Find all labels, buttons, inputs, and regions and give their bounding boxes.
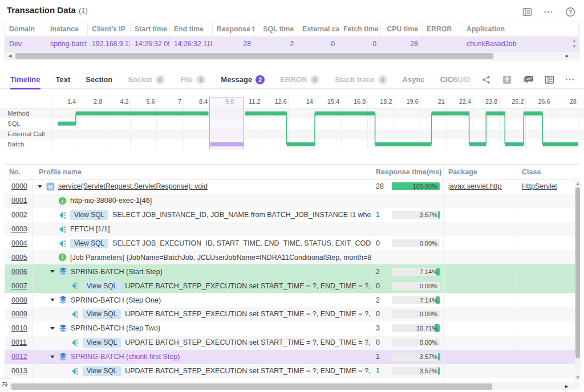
row-number-link[interactable]: 0004 (11, 239, 27, 247)
response-percent-bar: 100.00% (392, 182, 440, 190)
row-spinner[interactable]: ▲▼ (571, 38, 577, 50)
cell-start-time: 14:26:32 090 (131, 37, 170, 52)
package-link[interactable]: javax.servlet.http (448, 182, 502, 190)
more-icon[interactable]: ··· (565, 74, 576, 85)
view-sql-button[interactable]: View SQL (70, 210, 108, 220)
profile-row[interactable]: 0010SPRING-BATCH (Step Two)310.71% (5, 321, 579, 336)
view-sql-button[interactable]: View SQL (83, 309, 121, 319)
guid-label[interactable]: GUID (452, 76, 471, 84)
row-number-link[interactable]: 0011 (11, 338, 27, 346)
svg-text:19.6: 19.6 (406, 98, 418, 105)
tab-socket[interactable]: Socket0 (128, 71, 165, 89)
row-number-link[interactable]: 0002 (11, 211, 27, 219)
expander-icon[interactable] (38, 185, 42, 188)
export-icon[interactable] (501, 74, 513, 85)
column-header-client-s-ip: Client's IP (88, 22, 131, 37)
column-header-external-ca: External ca… (298, 22, 339, 37)
timeline-selection[interactable] (209, 97, 244, 149)
profile-row[interactable]: 0004View SQLSELECT JOB_EXECUTION_ID, STA… (5, 236, 579, 251)
view-sql-button[interactable]: View SQL (83, 338, 121, 348)
tab-label: Stack trace (335, 75, 374, 84)
view-sql-button[interactable]: View SQL (83, 366, 121, 376)
response-time-cell: 00.00% (371, 236, 443, 251)
profile-row[interactable]: 0000Mservice(ServletRequest,ServletRespo… (5, 179, 579, 194)
hscroll-thumb[interactable] (11, 383, 492, 390)
scroll-left-icon[interactable]: ◄ (7, 52, 13, 60)
expander-icon[interactable] (50, 327, 55, 330)
view-sql-button[interactable]: View SQL (83, 281, 121, 291)
profile-row[interactable] (5, 378, 579, 381)
more-icon[interactable]: ··· (543, 6, 554, 18)
profile-row[interactable]: 0011View SQLUPDATE BATCH_STEP_EXECUTION … (5, 336, 579, 350)
scroll-right-icon[interactable]: ► (565, 52, 570, 60)
row-number-link[interactable]: 0003 (11, 225, 27, 233)
tab-text[interactable]: Text (56, 71, 71, 89)
batch-layers-icon (59, 353, 71, 361)
expander-icon[interactable] (50, 299, 55, 301)
package-cell (443, 336, 517, 350)
row-number-link[interactable]: 0001 (11, 197, 27, 205)
tab-error[interactable]: ERROR0 (280, 71, 319, 89)
cell-domain: Dev (5, 37, 46, 52)
profile-vscrollbar[interactable]: ▲ ▼ (575, 181, 581, 381)
profile-hscrollbar[interactable]: ► (5, 382, 579, 390)
row-number-link[interactable]: 0006 (11, 268, 27, 276)
class-link[interactable]: HttpServlet (522, 182, 557, 190)
tab-label: File (180, 75, 193, 84)
share-icon[interactable] (480, 74, 492, 85)
profile-row[interactable]: 0007View SQLUPDATE BATCH_STEP_EXECUTION … (5, 279, 579, 293)
report-icon[interactable] (521, 6, 533, 18)
row-number-link[interactable]: 0012 (11, 353, 27, 361)
svg-text:26.6: 26.6 (538, 98, 550, 105)
profile-row[interactable]: 0002View SQLSELECT JOB_INSTANCE_ID, JOB_… (5, 208, 579, 222)
response-percent-bar: 3.57% (392, 367, 440, 375)
svg-text:2.8: 2.8 (94, 98, 102, 105)
scroll-right-icon[interactable]: ► (564, 382, 569, 390)
column-header-class: Class (517, 165, 574, 179)
profile-row[interactable]: 0013View SQLUPDATE BATCH_STEP_EXECUTION … (5, 364, 579, 378)
row-number-link[interactable]: 0008 (11, 296, 27, 304)
tab-async[interactable]: Async (403, 71, 425, 89)
expander-icon[interactable] (50, 270, 55, 273)
profile-row[interactable]: 0012SPRING-BATCH (chunk first Step)13.57… (5, 350, 579, 364)
column-header-instance: Instance (46, 22, 88, 37)
row-number-link[interactable]: 0005 (11, 254, 27, 262)
profile-row[interactable]: 0009View SQLUPDATE BATCH_STEP_EXECUTION … (5, 307, 579, 321)
tab-section[interactable]: Section (86, 71, 112, 89)
sql-icon (71, 381, 83, 381)
transaction-row[interactable]: Devspring-batch192.168.9.13614:26:32 090… (5, 37, 579, 52)
expander-icon[interactable] (50, 356, 55, 358)
scroll-down-icon[interactable]: ▼ (575, 375, 581, 380)
package-cell (443, 350, 517, 364)
row-number-cell: 0012 (5, 350, 33, 364)
scroll-up-icon[interactable]: ▲ (575, 181, 581, 186)
view-sql-button[interactable]: View SQL (70, 239, 108, 248)
row-number-link[interactable]: 0000 (11, 182, 27, 190)
row-number-link[interactable]: 0010 (11, 324, 27, 332)
svg-text:22.4: 22.4 (459, 98, 471, 105)
profile-row[interactable]: 0003FETCH [1/1] (5, 222, 579, 236)
row-number-link[interactable]: 0013 (11, 367, 27, 375)
tab-file[interactable]: File0 (180, 71, 205, 89)
hscroll-thumb[interactable] (15, 53, 493, 59)
transaction-hscrollbar[interactable]: ◄ ► (5, 52, 579, 60)
report-icon[interactable] (544, 74, 555, 85)
help-icon[interactable]: ? (565, 6, 576, 18)
package-cell (443, 279, 517, 293)
row-number-link[interactable]: 0007 (11, 282, 27, 290)
profile-text: SPRING-BATCH (Step One) (71, 296, 161, 304)
profile-row[interactable]: 0001ihttp-nio-38080-exec-1[46] (5, 194, 579, 208)
vscroll-thumb[interactable] (575, 187, 580, 358)
tab-timeline[interactable]: Timeline (10, 71, 40, 89)
profile-row[interactable]: 0006SPRING-BATCH (Start Step)27.14% (5, 264, 579, 279)
profile-name-cell: View SQLUPDATE BATCH_STEP_EXECUTION set … (33, 366, 371, 376)
profile-text[interactable]: service(ServletRequest,ServletResponse):… (58, 182, 208, 190)
class-cell (517, 364, 574, 378)
chart-message-icon[interactable] (522, 74, 534, 85)
profile-row[interactable]: 0005i[Job Parameters] {JobName=BatchJob,… (5, 250, 579, 264)
profile-row[interactable]: 0008SPRING-BATCH (Step One)27.14% (5, 293, 579, 307)
tab-stack-trace[interactable]: Stack trace0 (335, 71, 387, 89)
timeline-chart[interactable]: MethodSQLExternal CallBatch 1.42.84.25.6… (0, 95, 584, 152)
tab-message[interactable]: Message2 (221, 71, 265, 89)
row-number-link[interactable]: 0009 (11, 310, 27, 318)
